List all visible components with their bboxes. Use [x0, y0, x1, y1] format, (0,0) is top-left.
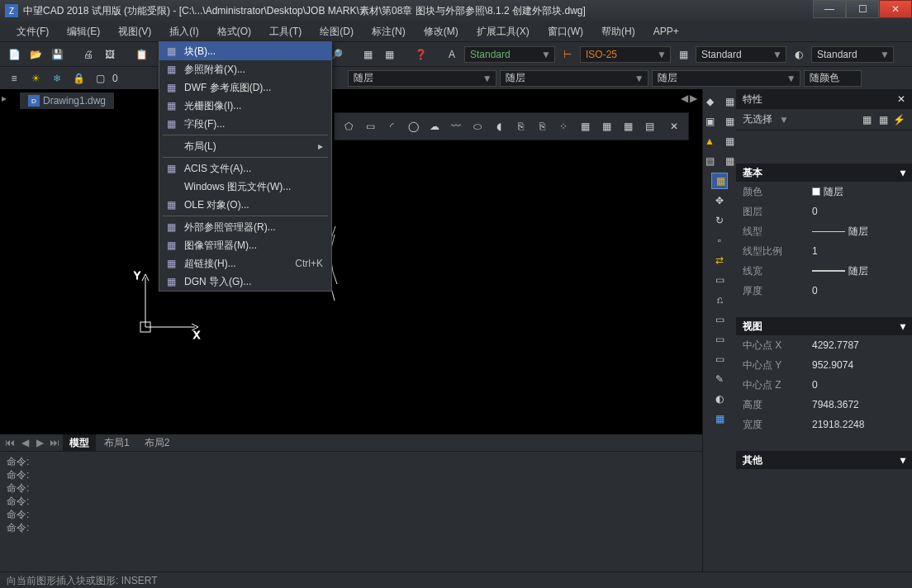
open-icon[interactable]: 📂 — [26, 45, 45, 64]
selfilter1-icon[interactable]: ▦ — [859, 114, 874, 126]
prop-row[interactable]: 图层0 — [736, 202, 912, 221]
selfilter2-icon[interactable]: ▦ — [879, 114, 888, 126]
layer-freeze-icon[interactable]: ❄ — [48, 69, 66, 88]
section-视图[interactable]: 视图▾ — [736, 317, 912, 335]
menu-3[interactable]: 插入(I) — [161, 22, 207, 41]
rp-ic-20[interactable]: ◐ — [711, 391, 728, 407]
menu-12[interactable]: APP+ — [645, 23, 687, 40]
section-其他[interactable]: 其他▾ — [736, 451, 912, 469]
rp-scale-icon[interactable]: ▫ — [711, 232, 728, 249]
rp-ic-18[interactable]: ▭ — [711, 351, 728, 368]
doc-tab-arrow-icon[interactable]: ▸ — [2, 92, 7, 104]
tab-prev-icon[interactable]: ◀ — [18, 437, 31, 448]
print-icon[interactable]: 🖨 — [79, 45, 97, 64]
prop-row[interactable]: 中心点 Z0 — [736, 375, 912, 395]
insert-menu-item-13[interactable]: ▦图像管理器(M)... — [159, 236, 331, 254]
save-icon[interactable]: 💾 — [48, 45, 66, 64]
arc-icon[interactable]: ◜ — [382, 117, 401, 135]
rect-icon[interactable]: ▭ — [361, 117, 379, 135]
layer-lineweight-select[interactable]: 随层▼ — [652, 70, 800, 87]
layer-mgr-icon[interactable]: ≡ — [5, 69, 23, 88]
rp-ic-1[interactable]: ◆ — [701, 93, 718, 110]
ellipse-icon[interactable]: ⬭ — [468, 117, 487, 135]
layer-color-icon[interactable]: ▢ — [91, 69, 109, 88]
cloud-icon[interactable]: ☁ — [425, 117, 444, 135]
other-style-select[interactable]: Standard▼ — [811, 46, 894, 63]
new-icon[interactable]: 📄 — [5, 45, 23, 64]
tab-next-icon[interactable]: ▶ — [33, 437, 46, 448]
rp-ic-17[interactable]: ▭ — [711, 331, 728, 348]
rp-ic-5[interactable]: ▲ — [701, 133, 718, 149]
rp-move-icon[interactable]: ✥ — [711, 192, 728, 209]
insert-menu-item-12[interactable]: ▦外部参照管理器(R)... — [159, 218, 331, 236]
table-icon[interactable]: ▦ — [619, 117, 637, 135]
tab-first-icon[interactable]: ⏮ — [3, 437, 17, 448]
ellarc-icon[interactable]: ◖ — [490, 117, 508, 135]
layer-sun-icon[interactable]: ☀ — [26, 69, 45, 88]
polygon-icon[interactable]: ⬠ — [340, 117, 358, 135]
nav-right-icon[interactable]: ▶ — [690, 92, 697, 104]
layer-bycolor-select[interactable]: 随颜色 — [804, 70, 862, 87]
table-style-select[interactable]: Standard▼ — [696, 46, 786, 63]
prop-row[interactable]: 中心点 X4292.7787 — [736, 335, 912, 355]
spline-icon[interactable]: 〰 — [447, 117, 465, 135]
menu-1[interactable]: 编辑(E) — [59, 22, 108, 41]
point-icon[interactable]: ⁘ — [554, 117, 572, 135]
menu-2[interactable]: 视图(V) — [110, 22, 159, 41]
rp-ic-21[interactable]: ▦ — [711, 410, 728, 427]
prop-row[interactable]: 颜色随层 — [736, 182, 912, 202]
selection-dropdown[interactable]: 无选择 ▼ ▦ ▦ ⚡ — [736, 109, 912, 130]
insert-menu-item-9[interactable]: Windows 图元文件(W)... — [159, 178, 331, 196]
insert-menu-item-1[interactable]: ▦参照附着(X)... — [159, 60, 331, 78]
selfilter3-icon[interactable]: ⚡ — [893, 114, 905, 126]
circle-icon[interactable]: ◯ — [404, 117, 422, 135]
block2-icon[interactable]: ⎘ — [533, 117, 551, 135]
hatch2-icon[interactable]: ▦ — [597, 117, 615, 135]
insert-menu-item-4[interactable]: ▦字段(F)... — [159, 115, 331, 133]
rp-ic-4[interactable]: ▦ — [721, 113, 738, 130]
menu-6[interactable]: 绘图(D) — [311, 22, 362, 41]
section-基本[interactable]: 基本▾ — [736, 164, 912, 182]
insert-menu-item-8[interactable]: ▦ACIS 文件(A)... — [159, 159, 331, 178]
text-style-select[interactable]: Standard▼ — [464, 46, 555, 63]
rp-ic-3[interactable]: ▣ — [701, 113, 718, 130]
otherstyle-icon[interactable]: ◐ — [790, 45, 808, 64]
insert-menu-item-14[interactable]: ▦超链接(H)...Ctrl+K — [159, 254, 331, 273]
draw-shapes-toolbar[interactable]: ⬠ ▭ ◜ ◯ ☁ 〰 ⬭ ◖ ⎘ ⎘ ⁘ ▦ ▦ ▦ ▤ ✕ — [334, 112, 689, 140]
nav-left-icon[interactable]: ◀ — [681, 92, 688, 104]
menu-7[interactable]: 标注(N) — [363, 22, 414, 41]
rp-ic-2[interactable]: ▦ — [721, 93, 738, 110]
insert-menu-item-0[interactable]: ▦块(B)... — [159, 42, 331, 60]
prop-row[interactable]: 高度7948.3672 — [736, 395, 912, 415]
dimstyle-icon[interactable]: ⊢ — [558, 45, 577, 64]
textstyle-icon[interactable]: A — [443, 45, 461, 64]
insert-menu-item-6[interactable]: 布局(L)▸ — [159, 137, 331, 155]
menu-5[interactable]: 工具(T) — [261, 22, 310, 41]
insert-menu-item-2[interactable]: ▦DWF 参考底图(D)... — [159, 78, 331, 97]
menu-11[interactable]: 帮助(H) — [593, 22, 644, 41]
block-icon[interactable]: ⎘ — [511, 117, 530, 135]
prop-row[interactable]: 线宽随层 — [736, 261, 912, 281]
layer-linetype-select[interactable]: 随层▼ — [500, 70, 648, 87]
layer-color-select[interactable]: 随层▼ — [348, 70, 496, 87]
tool2-icon[interactable]: ▦ — [380, 45, 398, 64]
cmd-scrollbar[interactable] — [689, 452, 702, 571]
minimize-button[interactable]: — — [813, 0, 846, 18]
tab-layout1[interactable]: 布局1 — [97, 434, 136, 452]
document-tab[interactable]: D Drawing1.dwg — [20, 92, 114, 109]
maximize-button[interactable]: ☐ — [846, 0, 879, 18]
tab-model[interactable]: 模型 — [63, 434, 96, 452]
more-icon[interactable]: ▤ — [640, 117, 658, 135]
layer-lock-icon[interactable]: 🔒 — [69, 69, 88, 88]
close-button[interactable]: ✕ — [879, 0, 912, 18]
insert-menu-item-15[interactable]: ▦DGN 导入(G)... — [159, 273, 331, 291]
tab-last-icon[interactable]: ⏭ — [48, 437, 61, 448]
insert-menu-item-10[interactable]: ▦OLE 对象(O)... — [159, 196, 331, 214]
dim-style-select[interactable]: ISO-25▼ — [580, 46, 671, 63]
rp-ic-19[interactable]: ✎ — [711, 371, 728, 387]
rp-rotate-icon[interactable]: ↻ — [711, 212, 728, 229]
rp-ic-15[interactable]: ⎌ — [711, 292, 728, 308]
prop-row[interactable]: 宽度21918.2248 — [736, 415, 912, 434]
rp-mirror-icon[interactable]: ⇄ — [711, 252, 728, 268]
rp-ic-7[interactable]: ▤ — [701, 153, 718, 169]
